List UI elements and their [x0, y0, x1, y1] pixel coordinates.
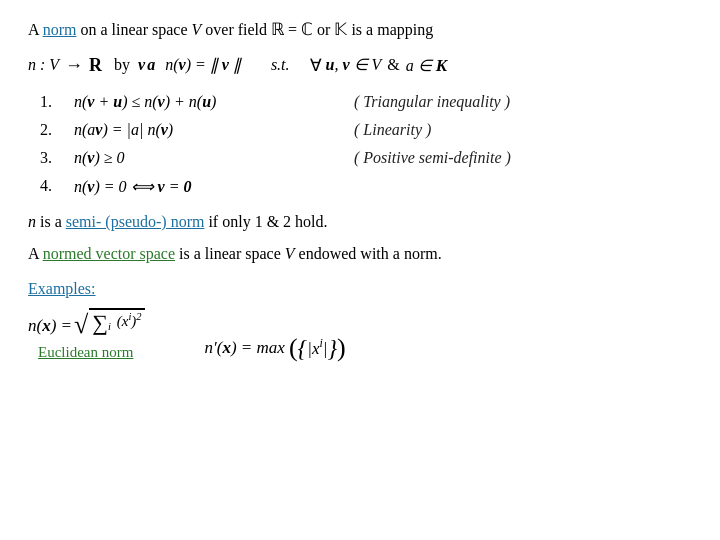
item-2: 2. n(av) = |a| n(v) ( Linearity ): [40, 121, 692, 139]
header-text-after: on a linear space: [76, 21, 191, 38]
K-field-symbol: 𝕂: [334, 20, 347, 39]
item-1: 1. n(v + u) ≤ n(v) + n(u) ( Triangular i…: [40, 93, 692, 111]
normed-V: V: [285, 245, 295, 262]
item-1-formula: n(v + u) ≤ n(v) + n(u): [74, 93, 354, 111]
mapping-row: n : V → R by v a n(v) = ‖ v ‖ s.t. ∀ u, …: [28, 52, 692, 79]
semi-pseudo-norm-word: semi- (pseudo-) norm: [66, 213, 205, 230]
n-x-left: n(x) =: [28, 316, 72, 336]
reals-symbol: ℝ: [271, 20, 284, 39]
max-formula-block: n′(x) = max ( { |xi| } ): [205, 335, 346, 361]
sqrt-symbol: √: [74, 312, 88, 338]
header-over: over field: [201, 21, 271, 38]
semi-norm-line: n is a semi- (pseudo-) norm if only 1 & …: [28, 210, 692, 234]
by-text: by: [114, 53, 130, 77]
abs-xi: |xi|: [307, 336, 327, 359]
forall-symbol: ∀: [310, 53, 322, 79]
examples-label: Examples:: [28, 280, 692, 298]
st-label: s.t.: [271, 53, 290, 77]
item-2-number: 2.: [40, 121, 74, 139]
sqrt-overline: ∑i (xi)2: [89, 308, 144, 336]
semi-norm-text-end: if only 1 & 2 hold.: [204, 213, 327, 230]
a-bold: a: [147, 53, 155, 77]
euclidean-norm-label: Euclidean norm: [38, 344, 133, 361]
n-v-formula: n(v) = ‖ v ‖: [165, 53, 241, 77]
normed-space-line: A normed vector space is a linear space …: [28, 242, 692, 266]
equals-sign: =: [284, 21, 301, 38]
item-1-number: 1.: [40, 93, 74, 111]
normed-is-text: is a linear space: [175, 245, 285, 262]
sum-symbol: ∑: [92, 310, 108, 335]
numbered-items: 1. n(v + u) ≤ n(v) + n(u) ( Triangular i…: [40, 93, 692, 196]
or-word: or: [313, 21, 334, 38]
uv-condition: u, v ∈ V: [326, 53, 382, 77]
normed-endowed: endowed with a norm.: [295, 245, 442, 262]
item-3: 3. n(v) ≥ 0 ( Positive semi-definite ): [40, 149, 692, 167]
normed-a: A: [28, 245, 43, 262]
sum-index: i: [108, 321, 111, 332]
item-4-formula: n(v) = 0 ⟺ v = 0: [74, 177, 191, 196]
normed-vector-space-word: normed vector space: [43, 245, 175, 262]
item-3-number: 3.: [40, 149, 74, 167]
item-3-formula: n(v) ≥ 0: [74, 149, 354, 167]
header-text-before: A: [28, 21, 43, 38]
header-is: is a mapping: [347, 21, 433, 38]
examples-section: Examples: n(x) = √ ∑i (xi)2 Euclidean no…: [28, 280, 692, 361]
item-1-comment: ( Triangular inequality ): [354, 93, 510, 111]
ampersand: &: [387, 53, 399, 77]
item-2-comment: ( Linearity ): [354, 121, 431, 139]
item-4-number: 4.: [40, 177, 74, 195]
set-brace-right: }: [327, 336, 337, 360]
norm-word: norm: [43, 21, 77, 38]
n-italic: n: [28, 213, 36, 230]
item-4: 4. n(v) = 0 ⟺ v = 0: [40, 177, 692, 196]
max-parens: (: [289, 335, 298, 361]
R-bold: R: [89, 52, 102, 79]
item-3-comment: ( Positive semi-definite ): [354, 149, 511, 167]
x-i-squared: (xi)2: [117, 313, 142, 329]
V-symbol: V: [192, 21, 202, 38]
a-in-K: a ∈ K: [406, 53, 447, 79]
examples-row: n(x) = √ ∑i (xi)2 Euclidean norm n′(x) =…: [28, 308, 692, 361]
semi-norm-text-is: is a: [36, 213, 66, 230]
complex-symbol: ℂ: [301, 20, 313, 39]
max-parens-right: ): [337, 335, 346, 361]
n-prime-x: n′(x) = max: [205, 338, 285, 358]
arrow: →: [65, 52, 83, 79]
euclidean-formula-block: n(x) = √ ∑i (xi)2 Euclidean norm: [28, 308, 145, 361]
set-brace-left: {: [298, 336, 308, 360]
v-bold: v: [138, 53, 145, 77]
item-2-formula: n(av) = |a| n(v): [74, 121, 354, 139]
euclidean-formula: n(x) = √ ∑i (xi)2: [28, 308, 145, 336]
n-colon-V: n : V: [28, 53, 59, 77]
header-line: A norm on a linear space V over field ℝ …: [28, 18, 692, 42]
